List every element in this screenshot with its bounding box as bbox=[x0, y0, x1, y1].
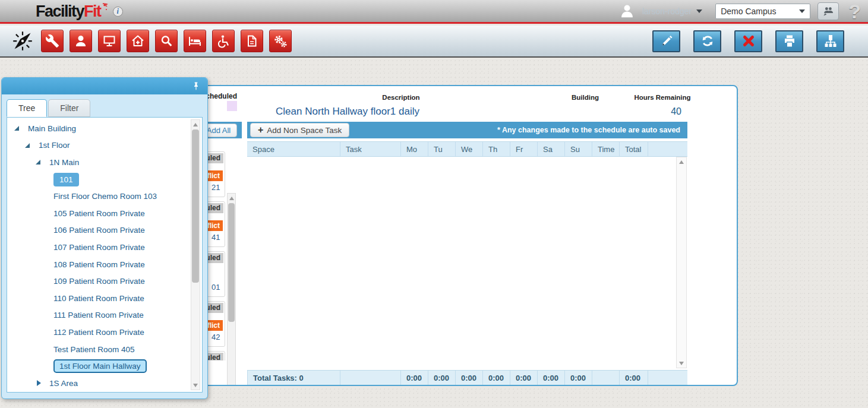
tree-item-main-building[interactable]: Main Building bbox=[7, 120, 202, 137]
expand-icon[interactable] bbox=[14, 125, 20, 131]
spaces-button[interactable] bbox=[127, 30, 149, 52]
work-orders-button[interactable] bbox=[41, 30, 64, 52]
col-th[interactable]: Th bbox=[482, 142, 510, 156]
user-icon bbox=[74, 34, 88, 48]
tab-filter[interactable]: Filter bbox=[48, 99, 90, 117]
col-total[interactable]: Total bbox=[619, 142, 648, 156]
tree-scrollbar bbox=[191, 119, 200, 390]
expand-icon[interactable] bbox=[36, 380, 42, 386]
tree-rows: Main Building 1st Floor 1N Main 101 Firs… bbox=[7, 118, 202, 392]
schedule-panel: Scheduled Description Clean North Hallwa… bbox=[198, 85, 738, 386]
monitor-button[interactable] bbox=[98, 30, 121, 52]
task-table-footer: Total Tasks: 0 0:00 0:00 0:00 0:00 0:00 … bbox=[247, 370, 687, 385]
scroll-down-icon[interactable] bbox=[228, 382, 235, 386]
col-time[interactable]: Time bbox=[592, 142, 619, 156]
tree-item-105[interactable]: 105 Patient Room Private bbox=[7, 205, 202, 222]
col-su[interactable]: Su bbox=[564, 142, 592, 156]
tree-item-111[interactable]: 111 Patient Room Private bbox=[7, 307, 202, 324]
monitor-icon bbox=[102, 34, 116, 48]
chevron-down-icon bbox=[696, 10, 702, 13]
description-value: Clean North Hallway floor1 daily bbox=[247, 106, 449, 118]
total-mo: 0:00 bbox=[400, 371, 428, 385]
task-table-toolbar: + Add Non Space Task * Any changes made … bbox=[247, 122, 687, 138]
add-non-space-task-button[interactable]: + Add Non Space Task bbox=[250, 123, 349, 137]
building-label: Building bbox=[555, 94, 615, 101]
col-fr[interactable]: Fr bbox=[510, 142, 537, 156]
tree-item-test-405[interactable]: Test Patient Room 405 bbox=[7, 341, 202, 358]
tree-item-112[interactable]: 112 Patient Room Private bbox=[7, 324, 202, 341]
expand-icon[interactable] bbox=[36, 159, 42, 165]
tab-tree[interactable]: Tree bbox=[7, 99, 47, 117]
app-header: FacilityFit i larson-rodger Demo Campus bbox=[0, 0, 868, 24]
col-sa[interactable]: Sa bbox=[537, 142, 564, 156]
scrollbar-thumb[interactable] bbox=[228, 203, 235, 322]
home-add-icon bbox=[131, 34, 145, 48]
info-icon[interactable]: i bbox=[113, 7, 123, 17]
scroll-down-icon[interactable] bbox=[677, 359, 686, 368]
tree-item-109[interactable]: 109 Patient Room Private bbox=[7, 273, 202, 290]
tree-panel: Tree Filter Main Building 1st Floor 1N M… bbox=[1, 77, 208, 399]
tree-item-110[interactable]: 110 Patient Room Private bbox=[7, 290, 202, 307]
tree-panel-header bbox=[2, 78, 207, 94]
tree-item-101[interactable]: 101 bbox=[7, 171, 202, 188]
delete-x-icon bbox=[741, 33, 756, 49]
help-icon[interactable]: ? bbox=[848, 1, 861, 21]
edit-button[interactable] bbox=[652, 30, 680, 52]
refresh-button[interactable] bbox=[693, 30, 721, 52]
tree-item-1st-floor-main-hallway[interactable]: 1st Floor Main Hallway bbox=[7, 358, 202, 375]
scrollbar-thumb[interactable] bbox=[192, 129, 199, 283]
reports-button[interactable] bbox=[241, 30, 263, 52]
col-mo[interactable]: Mo bbox=[400, 142, 428, 156]
col-space[interactable]: Space bbox=[247, 142, 340, 156]
total-we: 0:00 bbox=[455, 371, 482, 385]
grand-total: 0:00 bbox=[619, 371, 648, 385]
main-toolbar bbox=[0, 26, 868, 58]
scroll-up-icon[interactable] bbox=[228, 194, 235, 203]
search-icon bbox=[159, 34, 173, 48]
accessibility-button[interactable] bbox=[212, 30, 235, 52]
total-su: 0:00 bbox=[564, 371, 592, 385]
bed-icon bbox=[188, 34, 202, 48]
wheelchair-icon bbox=[216, 34, 231, 48]
bed-management-button[interactable] bbox=[184, 30, 206, 52]
scroll-up-icon[interactable] bbox=[191, 120, 200, 129]
tree-item-107[interactable]: 107 Patient Room Private bbox=[7, 239, 202, 256]
task-table-header: Space Task Mo Tu We Th Fr Sa Su Time Tot… bbox=[247, 141, 687, 157]
total-tu: 0:00 bbox=[428, 371, 455, 385]
logo-flourish-icon bbox=[101, 3, 108, 11]
print-button[interactable] bbox=[775, 30, 803, 52]
facility-hierarchy-button[interactable] bbox=[816, 30, 844, 52]
tree-panel-tabs: Tree Filter bbox=[2, 94, 207, 117]
chat-button[interactable] bbox=[818, 2, 839, 20]
task-table-body bbox=[247, 157, 687, 368]
tree-item-1s-area[interactable]: 1S Area bbox=[7, 375, 202, 392]
compass-icon[interactable] bbox=[9, 30, 36, 52]
hours-remaining-value: 40 bbox=[651, 106, 681, 117]
inspect-button[interactable] bbox=[155, 30, 178, 52]
logo-accent: Fit bbox=[84, 2, 101, 20]
scroll-down-icon[interactable] bbox=[191, 381, 200, 390]
col-extra bbox=[648, 142, 687, 156]
campus-select[interactable]: Demo Campus bbox=[715, 4, 810, 19]
autosave-note: * Any changes made to the schedule are a… bbox=[497, 126, 680, 134]
delete-button[interactable] bbox=[734, 30, 762, 52]
tree-item-1n-main[interactable]: 1N Main bbox=[7, 154, 202, 171]
expand-icon[interactable] bbox=[25, 143, 31, 148]
pin-icon[interactable] bbox=[192, 81, 200, 91]
tree-item-1st-floor[interactable]: 1st Floor bbox=[7, 137, 202, 154]
user-menu[interactable]: larson-rodger bbox=[642, 7, 702, 16]
settings-button[interactable] bbox=[269, 30, 292, 52]
col-tu[interactable]: Tu bbox=[428, 142, 455, 156]
col-we[interactable]: We bbox=[455, 142, 482, 156]
tree-item-chemo-103[interactable]: First Floor Chemo Room 103 bbox=[7, 188, 202, 205]
total-th: 0:00 bbox=[482, 371, 510, 385]
staff-button[interactable] bbox=[70, 30, 92, 52]
task-table-scrollbar bbox=[676, 157, 687, 368]
tree-item-106[interactable]: 106 Patient Room Private bbox=[7, 222, 202, 239]
scroll-up-icon[interactable] bbox=[677, 157, 686, 166]
col-task[interactable]: Task bbox=[340, 142, 400, 156]
tree-item-108[interactable]: 108 Patient Room Private bbox=[7, 256, 202, 273]
app-root: FacilityFit i larson-rodger Demo Campus bbox=[0, 0, 868, 408]
hours-remaining-label: Hours Remaining bbox=[622, 94, 703, 101]
tree-box: Main Building 1st Floor 1N Main 101 Firs… bbox=[7, 117, 203, 393]
